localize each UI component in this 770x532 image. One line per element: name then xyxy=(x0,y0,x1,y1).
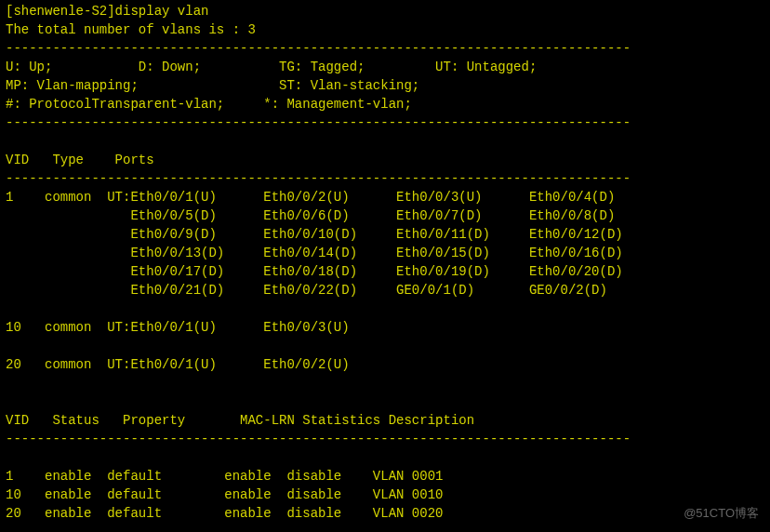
blank-line xyxy=(6,132,764,151)
vlan-row: Eth0/0/13(D) Eth0/0/14(D) Eth0/0/15(D) E… xyxy=(6,244,764,262)
vlan-row: 1 common UT:Eth0/0/1(U) Eth0/0/2(U) Eth0… xyxy=(6,188,764,206)
blank-line xyxy=(6,374,764,392)
divider: ----------------------------------------… xyxy=(6,169,764,188)
status-row: 20 enable default enable disable VLAN 00… xyxy=(6,504,764,523)
vlan-row: Eth0/0/5(D) Eth0/0/6(D) Eth0/0/7(D) Eth0… xyxy=(6,206,764,225)
divider: ----------------------------------------… xyxy=(6,430,764,448)
blank-line xyxy=(6,337,764,355)
vlan-row: Eth0/0/21(D) Eth0/0/22(D) GE0/0/1(D) GE0… xyxy=(6,281,764,299)
blank-line xyxy=(6,299,764,318)
command-prompt: [shenwenle-S2]display vlan xyxy=(6,2,764,20)
blank-line xyxy=(6,448,764,467)
terminal-output[interactable]: [shenwenle-S2]display vlan The total num… xyxy=(6,2,764,523)
ports-header: VID Type Ports xyxy=(6,151,764,169)
divider: ----------------------------------------… xyxy=(6,39,764,58)
status-row: 1 enable default enable disable VLAN 000… xyxy=(6,467,764,485)
divider: ----------------------------------------… xyxy=(6,113,764,132)
vlan-row: 20 common UT:Eth0/0/1(U) Eth0/0/2(U) xyxy=(6,355,764,374)
vlan-row: Eth0/0/9(D) Eth0/0/10(D) Eth0/0/11(D) Et… xyxy=(6,225,764,244)
vlan-row: Eth0/0/17(D) Eth0/0/18(D) Eth0/0/19(D) E… xyxy=(6,262,764,281)
vlan-row: 10 common UT:Eth0/0/1(U) Eth0/0/3(U) xyxy=(6,318,764,337)
blank-line xyxy=(6,392,764,411)
legend-line: U: Up; D: Down; TG: Tagged; UT: Untagged… xyxy=(6,58,764,76)
legend-line: #: ProtocolTransparent-vlan; *: Manageme… xyxy=(6,95,764,113)
watermark: @51CTO博客 xyxy=(684,504,759,523)
legend-line: MP: Vlan-mapping; ST: Vlan-stacking; xyxy=(6,76,764,95)
status-row: 10 enable default enable disable VLAN 00… xyxy=(6,485,764,504)
status-header: VID Status Property MAC-LRN Statistics D… xyxy=(6,411,764,430)
total-vlans: The total number of vlans is : 3 xyxy=(6,20,764,39)
